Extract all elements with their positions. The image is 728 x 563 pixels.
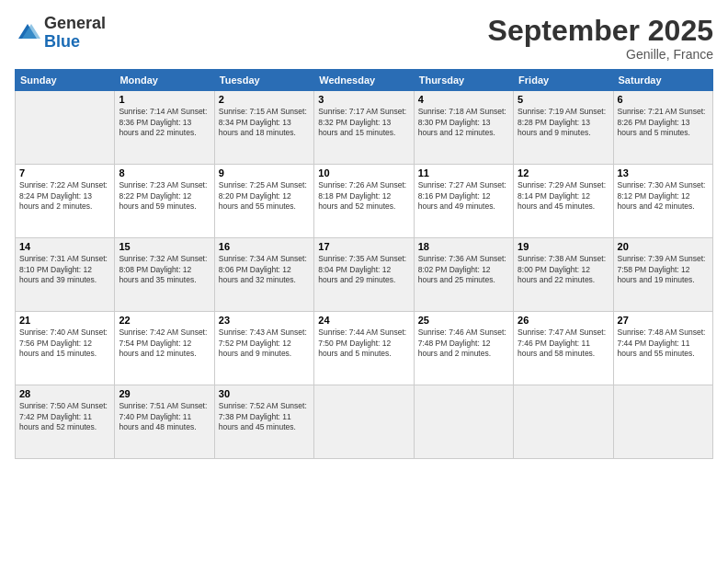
table-cell [514, 385, 613, 459]
table-cell: 16Sunrise: 7:34 AM Sunset: 8:06 PM Dayli… [214, 238, 313, 312]
day-number: 7 [19, 167, 110, 178]
calendar-table: Sunday Monday Tuesday Wednesday Thursday… [15, 69, 713, 459]
week-row-3: 14Sunrise: 7:31 AM Sunset: 8:10 PM Dayli… [16, 238, 713, 312]
table-cell: 7Sunrise: 7:22 AM Sunset: 8:24 PM Daylig… [16, 165, 115, 238]
day-number: 26 [518, 315, 609, 326]
day-number: 1 [119, 94, 210, 105]
day-info: Sunrise: 7:19 AM Sunset: 8:28 PM Dayligh… [518, 107, 609, 138]
day-number: 28 [19, 388, 110, 399]
location-subtitle: Genille, France [488, 47, 713, 62]
table-cell: 19Sunrise: 7:38 AM Sunset: 8:00 PM Dayli… [514, 238, 613, 312]
col-tuesday: Tuesday [214, 70, 313, 91]
col-wednesday: Wednesday [314, 70, 414, 91]
table-cell: 22Sunrise: 7:42 AM Sunset: 7:54 PM Dayli… [115, 312, 214, 385]
page: General Blue September 2025 Genille, Fra… [0, 0, 728, 563]
day-number: 25 [418, 315, 509, 326]
table-cell: 24Sunrise: 7:44 AM Sunset: 7:50 PM Dayli… [314, 312, 414, 385]
day-number: 13 [618, 167, 709, 178]
calendar-header-row: Sunday Monday Tuesday Wednesday Thursday… [16, 70, 713, 91]
table-cell: 25Sunrise: 7:46 AM Sunset: 7:48 PM Dayli… [414, 312, 513, 385]
table-cell: 28Sunrise: 7:50 AM Sunset: 7:42 PM Dayli… [16, 385, 115, 459]
table-cell: 11Sunrise: 7:27 AM Sunset: 8:16 PM Dayli… [414, 165, 513, 238]
day-number: 20 [618, 241, 709, 252]
col-thursday: Thursday [414, 70, 513, 91]
day-number: 24 [318, 315, 409, 326]
week-row-1: 1Sunrise: 7:14 AM Sunset: 8:36 PM Daylig… [16, 91, 713, 165]
table-cell: 29Sunrise: 7:51 AM Sunset: 7:40 PM Dayli… [115, 385, 214, 459]
day-info: Sunrise: 7:39 AM Sunset: 7:58 PM Dayligh… [618, 254, 709, 285]
month-title: September 2025 [488, 15, 713, 47]
day-info: Sunrise: 7:29 AM Sunset: 8:14 PM Dayligh… [518, 180, 609, 212]
table-cell: 9Sunrise: 7:25 AM Sunset: 8:20 PM Daylig… [214, 165, 313, 238]
day-number: 5 [518, 94, 609, 105]
day-info: Sunrise: 7:35 AM Sunset: 8:04 PM Dayligh… [318, 254, 409, 285]
table-cell: 8Sunrise: 7:23 AM Sunset: 8:22 PM Daylig… [115, 165, 214, 238]
day-number: 17 [318, 241, 409, 252]
day-info: Sunrise: 7:27 AM Sunset: 8:16 PM Dayligh… [418, 180, 509, 212]
day-number: 11 [418, 167, 509, 178]
table-cell: 23Sunrise: 7:43 AM Sunset: 7:52 PM Dayli… [214, 312, 313, 385]
day-number: 2 [219, 94, 310, 105]
table-cell: 2Sunrise: 7:15 AM Sunset: 8:34 PM Daylig… [214, 91, 313, 165]
day-number: 30 [219, 388, 310, 399]
day-info: Sunrise: 7:48 AM Sunset: 7:44 PM Dayligh… [618, 327, 709, 359]
table-cell: 5Sunrise: 7:19 AM Sunset: 8:28 PM Daylig… [514, 91, 613, 165]
day-number: 18 [418, 241, 509, 252]
table-cell: 26Sunrise: 7:47 AM Sunset: 7:46 PM Dayli… [514, 312, 613, 385]
table-cell: 14Sunrise: 7:31 AM Sunset: 8:10 PM Dayli… [16, 238, 115, 312]
day-info: Sunrise: 7:43 AM Sunset: 7:52 PM Dayligh… [219, 327, 310, 359]
day-info: Sunrise: 7:46 AM Sunset: 7:48 PM Dayligh… [418, 327, 509, 359]
table-cell: 4Sunrise: 7:18 AM Sunset: 8:30 PM Daylig… [414, 91, 513, 165]
day-number: 6 [618, 94, 709, 105]
week-row-5: 28Sunrise: 7:50 AM Sunset: 7:42 PM Dayli… [16, 385, 713, 459]
day-number: 9 [219, 167, 310, 178]
day-info: Sunrise: 7:18 AM Sunset: 8:30 PM Dayligh… [418, 107, 509, 138]
day-number: 19 [518, 241, 609, 252]
table-cell: 1Sunrise: 7:14 AM Sunset: 8:36 PM Daylig… [115, 91, 214, 165]
col-friday: Friday [514, 70, 613, 91]
day-info: Sunrise: 7:15 AM Sunset: 8:34 PM Dayligh… [219, 107, 310, 138]
day-number: 8 [119, 167, 210, 178]
day-number: 23 [219, 315, 310, 326]
day-number: 14 [19, 241, 110, 252]
table-cell: 15Sunrise: 7:32 AM Sunset: 8:08 PM Dayli… [115, 238, 214, 312]
day-info: Sunrise: 7:36 AM Sunset: 8:02 PM Dayligh… [418, 254, 509, 285]
day-number: 10 [318, 167, 409, 178]
col-monday: Monday [115, 70, 214, 91]
header: General Blue September 2025 Genille, Fra… [15, 15, 713, 62]
day-info: Sunrise: 7:31 AM Sunset: 8:10 PM Dayligh… [19, 254, 110, 285]
day-info: Sunrise: 7:32 AM Sunset: 8:08 PM Dayligh… [119, 254, 210, 285]
day-info: Sunrise: 7:34 AM Sunset: 8:06 PM Dayligh… [219, 254, 310, 285]
table-cell: 10Sunrise: 7:26 AM Sunset: 8:18 PM Dayli… [314, 165, 414, 238]
col-saturday: Saturday [613, 70, 712, 91]
day-info: Sunrise: 7:26 AM Sunset: 8:18 PM Dayligh… [318, 180, 409, 212]
day-number: 29 [119, 388, 210, 399]
table-cell [414, 385, 513, 459]
day-info: Sunrise: 7:25 AM Sunset: 8:20 PM Dayligh… [219, 180, 310, 212]
day-number: 12 [518, 167, 609, 178]
logo: General Blue [15, 15, 106, 52]
table-cell: 18Sunrise: 7:36 AM Sunset: 8:02 PM Dayli… [414, 238, 513, 312]
logo-blue-text: Blue [44, 32, 80, 51]
title-block: September 2025 Genille, France [488, 15, 713, 62]
day-info: Sunrise: 7:17 AM Sunset: 8:32 PM Dayligh… [318, 107, 409, 138]
table-cell [613, 385, 712, 459]
table-cell: 3Sunrise: 7:17 AM Sunset: 8:32 PM Daylig… [314, 91, 414, 165]
day-number: 3 [318, 94, 409, 105]
table-cell: 30Sunrise: 7:52 AM Sunset: 7:38 PM Dayli… [214, 385, 313, 459]
table-cell: 12Sunrise: 7:29 AM Sunset: 8:14 PM Dayli… [514, 165, 613, 238]
week-row-4: 21Sunrise: 7:40 AM Sunset: 7:56 PM Dayli… [16, 312, 713, 385]
day-info: Sunrise: 7:52 AM Sunset: 7:38 PM Dayligh… [219, 401, 310, 432]
day-info: Sunrise: 7:42 AM Sunset: 7:54 PM Dayligh… [119, 327, 210, 359]
day-info: Sunrise: 7:23 AM Sunset: 8:22 PM Dayligh… [119, 180, 210, 212]
logo-icon [15, 20, 40, 46]
day-number: 21 [19, 315, 110, 326]
day-info: Sunrise: 7:30 AM Sunset: 8:12 PM Dayligh… [618, 180, 709, 212]
col-sunday: Sunday [16, 70, 115, 91]
day-info: Sunrise: 7:51 AM Sunset: 7:40 PM Dayligh… [119, 401, 210, 432]
table-cell: 20Sunrise: 7:39 AM Sunset: 7:58 PM Dayli… [613, 238, 712, 312]
day-number: 4 [418, 94, 509, 105]
table-cell: 13Sunrise: 7:30 AM Sunset: 8:12 PM Dayli… [613, 165, 712, 238]
day-info: Sunrise: 7:22 AM Sunset: 8:24 PM Dayligh… [19, 180, 110, 212]
day-info: Sunrise: 7:40 AM Sunset: 7:56 PM Dayligh… [19, 327, 110, 359]
